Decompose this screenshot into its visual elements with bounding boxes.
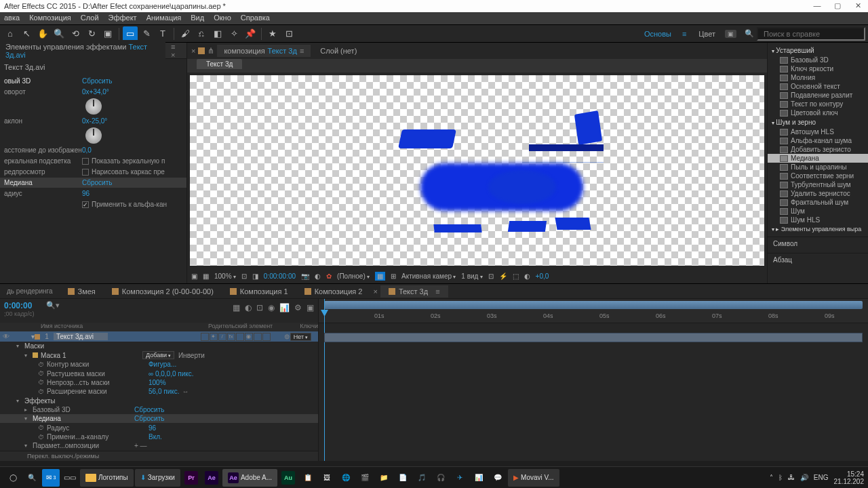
rp-item[interactable]: Автошум HLS: [768, 127, 868, 136]
hand-tool[interactable]: ✋: [35, 26, 50, 41]
mask-opacity-value[interactable]: 100%: [149, 379, 166, 386]
menu-effect[interactable]: Эффект: [108, 14, 137, 23]
app-icon[interactable]: 🎧: [432, 469, 450, 487]
rp-item[interactable]: Шум: [768, 207, 868, 216]
vb-snapshot-icon[interactable]: 📷: [301, 272, 309, 280]
mask-mode-dropdown[interactable]: Добави: [142, 351, 174, 359]
rp-item[interactable]: Добавить зернисто: [768, 145, 868, 154]
close-button[interactable]: ✕: [848, 0, 868, 12]
vb-3d-icon[interactable]: ⬚: [513, 272, 519, 280]
app-icon[interactable]: 💬: [489, 469, 507, 487]
tl-graph-icon[interactable]: 📊: [279, 303, 290, 312]
timeline-tab[interactable]: Композиция 1: [222, 285, 296, 298]
sw-collapse[interactable]: ✦: [210, 333, 218, 341]
premiere-app[interactable]: Pr: [182, 469, 201, 487]
visibility-toggle[interactable]: 👁: [3, 333, 12, 340]
minimize-button[interactable]: —: [807, 0, 827, 12]
composition-viewer[interactable]: [190, 75, 764, 266]
fx-median-reset[interactable]: Сбросить: [82, 179, 112, 186]
task-view-button[interactable]: ▭▭: [61, 469, 79, 487]
aftereffects-app[interactable]: Ae: [202, 469, 221, 487]
rp-group-noise[interactable]: Шум и зерно: [768, 117, 868, 127]
tl-shy-icon[interactable]: ◐: [245, 303, 252, 312]
help-search-input[interactable]: [757, 27, 865, 41]
effects-group[interactable]: Эффекты: [24, 397, 126, 405]
stopwatch-icon[interactable]: ⏱: [38, 379, 44, 386]
rotation-dial[interactable]: [85, 98, 102, 115]
layer-row[interactable]: 👁 ▾ 1 Текст 3д.avi ✦ /fx ◉ ⊚ Нет: [0, 331, 318, 342]
explorer-app[interactable]: 📁: [375, 469, 393, 487]
rp-item[interactable]: Базовый 3D: [768, 56, 868, 64]
rp-item[interactable]: Подавление разлит: [768, 91, 868, 100]
sw-fx[interactable]: fx: [227, 333, 235, 341]
sw-3d[interactable]: [262, 333, 271, 341]
stopwatch-icon[interactable]: ⏱: [38, 434, 44, 441]
character-panel-header[interactable]: Символ: [768, 237, 868, 250]
comp-options[interactable]: Парамет...омпозиции: [33, 442, 134, 449]
system-clock[interactable]: 15:2421.12.202: [834, 470, 865, 485]
zoom-dropdown[interactable]: 100%: [214, 272, 236, 280]
rp-item[interactable]: Турбулентный шум: [768, 180, 868, 189]
vb-channel-icon[interactable]: ◨: [252, 272, 258, 280]
fx-basic3d-reset[interactable]: Сбросить: [82, 77, 112, 85]
app-icon[interactable]: 🖼: [318, 469, 336, 487]
effect-controls-tab[interactable]: Элементы управления эффектами Текст 3д.a…: [0, 40, 165, 62]
telegram-app[interactable]: ✈: [451, 469, 469, 487]
fx-median-name[interactable]: Медиана: [4, 179, 82, 186]
mask-invert[interactable]: Инверти: [178, 352, 205, 359]
mask-expansion-value[interactable]: 56,0 пикс.: [149, 388, 180, 395]
stopwatch-icon[interactable]: ⏱: [38, 424, 44, 431]
tab-close-icon[interactable]: ×: [370, 287, 380, 296]
vb-mask-icon[interactable]: ✿: [326, 272, 332, 280]
comp-close-icon[interactable]: ×: [191, 47, 195, 55]
puppet-tool[interactable]: 📌: [243, 26, 258, 41]
panel-close-icon[interactable]: ≡ ×: [165, 43, 186, 59]
rp-item[interactable]: Шум HLS: [768, 216, 868, 224]
prop-rotation-value[interactable]: 0х+34,0°: [82, 88, 109, 96]
time-ruler[interactable]: 01s 02s 03s 04s 05s 06s 07s 08s 09s: [319, 299, 868, 323]
rp-item[interactable]: Основной текст: [768, 82, 868, 91]
layer-tab[interactable]: Слой (нет): [313, 45, 363, 57]
rp-item[interactable]: Удалить зернистос: [768, 189, 868, 198]
timeline-tab[interactable]: Композиция 2 (0-00-00-00): [104, 285, 222, 298]
effect-basic3d-reset[interactable]: Сбросить: [134, 406, 164, 413]
specular-checkbox[interactable]: [82, 158, 89, 165]
orbit-tool[interactable]: ⟲: [68, 26, 83, 41]
parent-dropdown[interactable]: Нет: [290, 333, 311, 341]
menu-help[interactable]: Справка: [241, 14, 270, 23]
preview-checkbox[interactable]: [82, 169, 89, 176]
vb-timecode[interactable]: 0:00:00:00: [264, 272, 296, 280]
fx-basic3d-name[interactable]: овый 3D: [4, 77, 82, 85]
rp-item[interactable]: Пыль и царапины: [768, 163, 868, 171]
effect-median[interactable]: Медиана: [33, 415, 134, 422]
snap-icon[interactable]: ⊡: [281, 26, 296, 41]
app-icon[interactable]: 📊: [470, 469, 488, 487]
selection-tool[interactable]: ↖: [19, 26, 34, 41]
stopwatch-icon[interactable]: ⏱: [38, 388, 44, 395]
rotate-tool[interactable]: ↻: [84, 26, 99, 41]
timeline-tab[interactable]: Композиция 2: [296, 285, 371, 298]
app-icon[interactable]: 🎬: [356, 469, 374, 487]
movavi-window[interactable]: ▶Movavi V...: [508, 469, 559, 487]
sync-icon[interactable]: ▣: [725, 30, 736, 38]
effect-basic3d[interactable]: Базовый 3D: [33, 406, 134, 413]
paragraph-panel-header[interactable]: Абзац: [768, 253, 868, 266]
sw-frameblend[interactable]: [236, 333, 244, 341]
vb-region-icon[interactable]: ◐: [315, 272, 321, 280]
stopwatch-icon[interactable]: ⏱: [38, 370, 44, 377]
camera-dropdown[interactable]: Активная камер: [401, 272, 456, 280]
comp-tab-active[interactable]: композиция Текст 3д ≡: [217, 45, 311, 57]
views-dropdown[interactable]: 1 вид: [461, 272, 482, 280]
vb-pixel-icon[interactable]: ⊡: [488, 272, 494, 280]
exposure-value[interactable]: +0,0: [536, 272, 549, 280]
app-icon[interactable]: 📄: [394, 469, 412, 487]
rp-item[interactable]: Альфа-канал шума: [768, 136, 868, 145]
tray-volume-icon[interactable]: 🔊: [800, 474, 808, 481]
home-icon[interactable]: ⌂: [3, 26, 18, 41]
menu-animation[interactable]: Анимация: [146, 14, 182, 23]
rp-item[interactable]: Ключ яркости: [768, 64, 868, 73]
tl-draft3d-icon[interactable]: ▣: [307, 303, 314, 312]
resolution-dropdown[interactable]: (Полное): [337, 272, 370, 280]
rp-item[interactable]: Текст по контуру: [768, 100, 868, 108]
taskbar-folder-logos[interactable]: Логотипы: [80, 469, 134, 487]
